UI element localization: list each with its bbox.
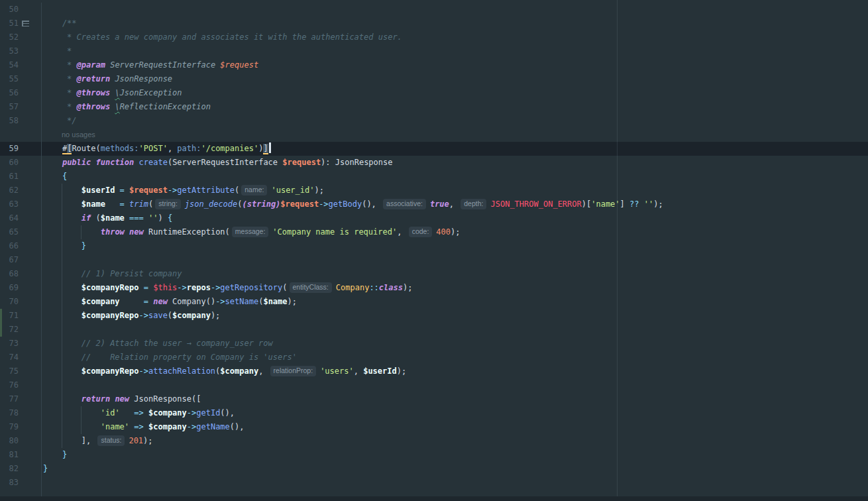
code-token: = <box>144 283 148 292</box>
code-token: getName <box>196 422 230 431</box>
line-number[interactable]: 77 <box>0 392 19 406</box>
line-number[interactable]: 53 <box>0 44 19 58</box>
editor-line-row: 71 $companyRepo->save($company); <box>0 309 868 323</box>
code-token: getAttribute <box>177 186 235 195</box>
line-number[interactable]: 70 <box>0 295 19 309</box>
code-token: ( <box>237 199 242 209</box>
code-line[interactable]: return new JsonResponse([ <box>42 392 868 406</box>
line-number[interactable]: 72 <box>0 323 19 337</box>
code-line[interactable]: $companyRepo->attachRelation($company, r… <box>42 364 868 378</box>
code-line[interactable]: 'id' => $company->getId(), <box>42 406 868 420</box>
line-number[interactable]: 78 <box>0 406 19 420</box>
code-line[interactable]: // Relation property on Company is 'user… <box>42 351 868 364</box>
code-line[interactable]: * <box>42 44 868 58</box>
code-line[interactable]: $companyRepo->save($company); <box>42 309 868 323</box>
line-number[interactable]: 71 <box>0 309 19 323</box>
line-number[interactable]: 67 <box>0 253 19 267</box>
code-line[interactable]: $userId = $request->getAttribute(name:'u… <box>42 184 868 197</box>
line-number[interactable]: 64 <box>0 211 19 225</box>
code-token: 'id' <box>101 408 120 418</box>
gutter: 53 <box>0 44 42 58</box>
line-number[interactable]: 80 <box>0 434 19 448</box>
line-number[interactable]: 60 <box>0 156 19 170</box>
gutter: 78 <box>0 406 42 420</box>
code-line[interactable]: public function create(ServerRequestInte… <box>42 156 868 170</box>
code-line[interactable] <box>42 3 868 17</box>
code-line[interactable]: } <box>42 239 868 253</box>
code-line[interactable] <box>42 378 868 392</box>
code-editor[interactable]: 5051 /**52 * Creates a new company and a… <box>0 0 868 501</box>
code-token: -> <box>215 297 225 306</box>
code-token <box>120 297 144 306</box>
code-token: Company <box>336 283 370 292</box>
line-number[interactable]: 51 <box>0 17 19 30</box>
code-line[interactable]: } <box>42 448 868 462</box>
line-number[interactable]: 54 <box>0 58 19 72</box>
line-number[interactable]: 62 <box>0 184 19 197</box>
code-token: @throws <box>77 102 111 111</box>
code-token: $name <box>101 213 125 223</box>
code-token <box>43 422 101 431</box>
code-line[interactable] <box>42 323 868 337</box>
code-line[interactable] <box>42 253 868 267</box>
code-token: JsonResponse <box>335 158 393 167</box>
code-token: -> <box>139 366 148 376</box>
code-line[interactable]: $companyRepo = $this->repos->getReposito… <box>42 281 868 295</box>
code-token: repos <box>187 283 211 292</box>
line-number[interactable]: 65 <box>0 225 19 239</box>
code-token <box>43 311 81 320</box>
code-line[interactable]: ], status:201); <box>42 434 868 448</box>
code-line[interactable]: } <box>42 462 868 476</box>
code-token: * Creates a new company and associates i… <box>43 32 402 42</box>
code-line[interactable]: if ($name === '') { <box>42 211 868 225</box>
editor-line-row: 72 <box>0 323 868 337</box>
code-line[interactable]: * @param ServerRequestInterface $request <box>42 58 868 72</box>
code-line[interactable]: #[Route(methods:'POST', path:'/companies… <box>42 142 868 156</box>
code-line[interactable] <box>42 476 868 490</box>
line-number[interactable]: 50 <box>0 3 19 17</box>
line-number[interactable]: 57 <box>0 100 19 114</box>
code-line[interactable]: // 1) Persist company <box>42 267 868 281</box>
code-line[interactable]: $name = trim(string:json_decode((string)… <box>42 197 868 211</box>
gutter <box>0 128 42 142</box>
line-number[interactable]: 55 <box>0 72 19 86</box>
code-line[interactable]: /** <box>42 17 868 30</box>
line-number[interactable]: 76 <box>0 378 19 392</box>
line-number[interactable]: 58 <box>0 114 19 128</box>
code-line[interactable]: * @throws \ReflectionException <box>42 100 868 114</box>
code-token <box>144 213 148 223</box>
line-number[interactable]: 69 <box>0 281 19 295</box>
code-line[interactable]: * @throws \JsonException <box>42 86 868 100</box>
editor-line-row: 65 throw new RuntimeException(message:'C… <box>0 225 868 239</box>
gutter: 60 <box>0 156 42 170</box>
code-line[interactable]: * @return JsonResponse <box>42 72 868 86</box>
code-line[interactable]: { <box>42 170 868 184</box>
usages-inlay-hint[interactable]: no usages <box>62 131 95 139</box>
line-number[interactable]: 52 <box>0 30 19 44</box>
code-line[interactable]: throw new RuntimeException(message:'Comp… <box>42 225 868 239</box>
line-number[interactable]: 83 <box>0 476 19 490</box>
line-number[interactable]: 81 <box>0 448 19 462</box>
line-number[interactable]: 56 <box>0 86 19 100</box>
line-number[interactable]: 73 <box>0 337 19 351</box>
code-line[interactable]: 'name' => $company->getName(), <box>42 420 868 434</box>
line-number[interactable]: 59 <box>0 142 19 156</box>
line-number[interactable]: 63 <box>0 197 19 211</box>
code-line[interactable]: // 2) Attach the user → company_user row <box>42 337 868 351</box>
code-line[interactable]: */ <box>42 114 868 128</box>
line-number[interactable]: 75 <box>0 364 19 378</box>
code-line[interactable]: * Creates a new company and associates i… <box>42 30 868 44</box>
line-number[interactable]: 66 <box>0 239 19 253</box>
code-token <box>91 158 95 167</box>
comment-fold-icon[interactable] <box>22 21 29 27</box>
code-token <box>125 227 129 237</box>
horizontal-scrollbar[interactable] <box>0 496 868 501</box>
line-number[interactable]: 61 <box>0 170 19 184</box>
line-number[interactable]: 68 <box>0 267 19 281</box>
line-number[interactable]: 82 <box>0 462 19 476</box>
code-line[interactable]: $company = new Company()->setName($name)… <box>42 295 868 309</box>
code-token: new <box>153 297 168 306</box>
code-token: JSON_THROW_ON_ERROR <box>490 199 581 209</box>
line-number[interactable]: 74 <box>0 351 19 364</box>
line-number[interactable]: 79 <box>0 420 19 434</box>
